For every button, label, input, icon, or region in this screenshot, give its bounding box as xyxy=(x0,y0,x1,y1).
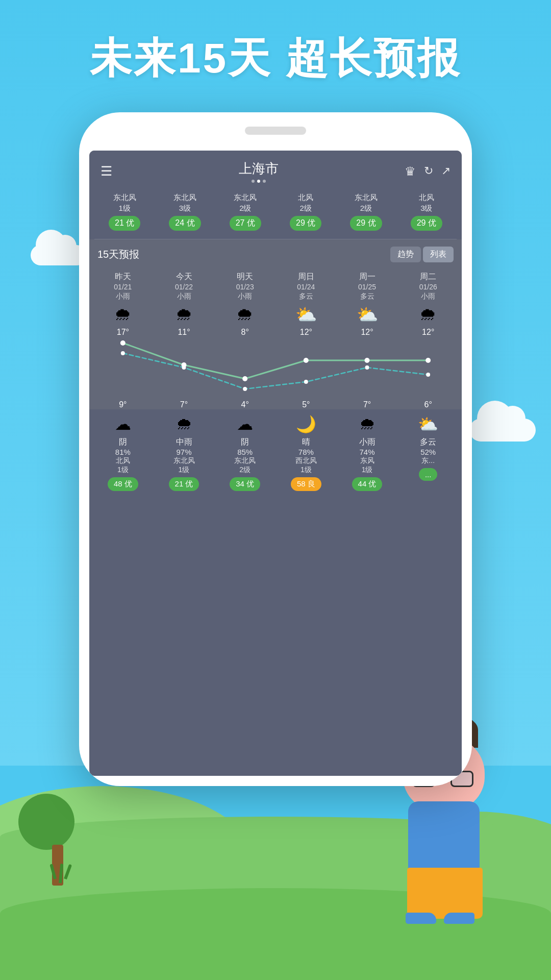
day-col-5: 周二 01/26 小雨 xyxy=(397,272,459,301)
dot-3 xyxy=(263,180,266,183)
bottom-details-section: ☁ 🌧 ☁ 🌙 🌧 ⛅ 阴 81% 北风1级 48 优 中雨 97% 东北风 xyxy=(89,409,462,495)
temp-chart-svg xyxy=(92,338,459,399)
tab-trend[interactable]: 趋势 xyxy=(390,247,421,262)
condition-2: 阴 xyxy=(214,437,276,448)
weather-icon-2: 🌧 xyxy=(214,304,276,325)
air-quality-section: 东北风1级 21 优 东北风3级 24 优 东北风2级 27 优 北风2级 29… xyxy=(89,187,462,239)
wind-1: 东北风1级 xyxy=(154,456,215,475)
day-date-1: 01/22 xyxy=(154,283,215,291)
bottom-detail-3: 晴 78% 西北风1级 58 良 xyxy=(276,437,337,491)
low-temp-5: 6° xyxy=(397,400,459,409)
high-temp-0: 17° xyxy=(92,328,154,337)
app-header: ☰ 上海市 ♛ ↻ ↗ xyxy=(89,151,462,187)
badge-1: 21 优 xyxy=(169,477,199,491)
svg-point-6 xyxy=(121,351,125,355)
svg-point-8 xyxy=(243,387,247,391)
bottom-details-row: 阴 81% 北风1级 48 优 中雨 97% 东北风1级 21 优 阴 85% … xyxy=(92,437,459,491)
aq-wind-2: 东北风2级 xyxy=(215,192,276,213)
bottom-icon-1: 🌧 xyxy=(154,414,215,434)
day-name-2: 明天 xyxy=(214,272,276,282)
grass-blade-2 xyxy=(59,864,63,883)
day-weather-3: 多云 xyxy=(276,292,337,301)
aq-item-3: 北风2级 29 优 xyxy=(276,192,336,231)
svg-point-10 xyxy=(365,365,369,370)
badge-5: ... xyxy=(419,468,438,481)
aq-badge-2: 27 优 xyxy=(230,216,261,231)
condition-0: 阴 xyxy=(92,437,154,448)
bottom-icon-5: ⛅ xyxy=(397,414,459,434)
share-icon[interactable]: ↗ xyxy=(441,164,450,179)
tree-top xyxy=(18,794,74,850)
day-col-4: 周一 01/25 多云 xyxy=(337,272,398,301)
day-col-2: 明天 01/23 小雨 xyxy=(214,272,276,301)
bottom-icon-4: 🌧 xyxy=(337,414,398,434)
forecast-header: 15天预报 趋势 列表 xyxy=(89,239,462,267)
condition-5: 多云 xyxy=(397,437,459,448)
high-temp-4: 12° xyxy=(337,328,398,337)
svg-point-9 xyxy=(304,380,308,384)
day-col-1: 今天 01/22 小雨 xyxy=(154,272,215,301)
aq-wind-4: 东北风2级 xyxy=(336,192,396,213)
phone-speaker xyxy=(245,127,306,135)
aq-item-2: 东北风2级 27 优 xyxy=(215,192,276,231)
day-name-5: 周二 xyxy=(397,272,459,282)
char-shoes-right xyxy=(444,913,474,924)
tab-list[interactable]: 列表 xyxy=(423,247,454,262)
low-temp-0: 9° xyxy=(92,400,154,409)
forecast-tabs: 趋势 列表 xyxy=(390,247,454,262)
forecast-section: 15天预报 趋势 列表 昨天 01/21 小雨 今天 01/22 小雨 xyxy=(89,239,462,409)
refresh-icon[interactable]: ↻ xyxy=(424,164,433,179)
aq-row: 东北风1级 21 优 东北风3级 24 优 东北风2级 27 优 北风2级 29… xyxy=(94,192,457,231)
aq-item-4: 东北风2级 29 优 xyxy=(336,192,396,231)
bottom-detail-5: 多云 52% 东... ... xyxy=(397,437,459,491)
bottom-detail-1: 中雨 97% 东北风1级 21 优 xyxy=(154,437,215,491)
aq-badge-5: 29 优 xyxy=(411,216,442,231)
humidity-2: 85% xyxy=(214,448,276,456)
bottom-icons-row: ☁ 🌧 ☁ 🌙 🌧 ⛅ xyxy=(92,414,459,434)
svg-point-3 xyxy=(304,358,309,363)
condition-3: 晴 xyxy=(276,437,337,448)
aq-item-0: 东北风1级 21 优 xyxy=(94,192,155,231)
day-date-0: 01/21 xyxy=(92,283,154,291)
day-weather-2: 小雨 xyxy=(214,292,276,301)
humidity-1: 97% xyxy=(154,448,215,456)
header-center: 上海市 xyxy=(239,160,279,183)
condition-4: 小雨 xyxy=(337,437,398,448)
crown-icon[interactable]: ♛ xyxy=(405,164,416,179)
header-right-icons: ♛ ↻ ↗ xyxy=(405,164,450,179)
bottom-detail-4: 小雨 74% 东风1级 44 优 xyxy=(337,437,398,491)
day-date-3: 01/24 xyxy=(276,283,337,291)
main-title: 未来15天 超长预报 xyxy=(0,31,551,87)
bottom-detail-0: 阴 81% 北风1级 48 优 xyxy=(92,437,154,491)
svg-point-0 xyxy=(120,340,126,346)
page-dots xyxy=(239,180,279,183)
condition-1: 中雨 xyxy=(154,437,215,448)
wind-3: 西北风1级 xyxy=(276,456,337,475)
low-temp-3: 5° xyxy=(276,400,337,409)
day-weather-4: 多云 xyxy=(337,292,398,301)
day-name-4: 周一 xyxy=(337,272,398,282)
badge-3: 58 良 xyxy=(291,477,321,491)
badge-0: 48 优 xyxy=(108,477,138,491)
aq-badge-4: 29 优 xyxy=(350,216,382,231)
aq-badge-3: 29 优 xyxy=(290,216,321,231)
menu-icon[interactable]: ☰ xyxy=(101,163,112,179)
city-name[interactable]: 上海市 xyxy=(239,160,279,178)
aq-badge-1: 24 优 xyxy=(169,216,201,231)
day-name-1: 今天 xyxy=(154,272,215,282)
temperature-chart: 17° 11° 8° 12° 12° 12° xyxy=(92,328,459,409)
aq-wind-3: 北风2级 xyxy=(276,192,336,213)
humidity-3: 78% xyxy=(276,448,337,456)
high-temp-3: 12° xyxy=(276,328,337,337)
day-date-4: 01/25 xyxy=(337,283,398,291)
day-col-0: 昨天 01/21 小雨 xyxy=(92,272,154,301)
humidity-4: 74% xyxy=(337,448,398,456)
wind-0: 北风1级 xyxy=(92,456,154,475)
day-weather-1: 小雨 xyxy=(154,292,215,301)
wind-2: 东北风2级 xyxy=(214,456,276,475)
high-temp-1: 11° xyxy=(154,328,215,337)
badge-2: 34 优 xyxy=(230,477,260,491)
dot-1 xyxy=(252,180,255,183)
day-date-5: 01/26 xyxy=(397,283,459,291)
phone-screen: ☰ 上海市 ♛ ↻ ↗ 东北风1级 21 优 xyxy=(89,151,462,776)
